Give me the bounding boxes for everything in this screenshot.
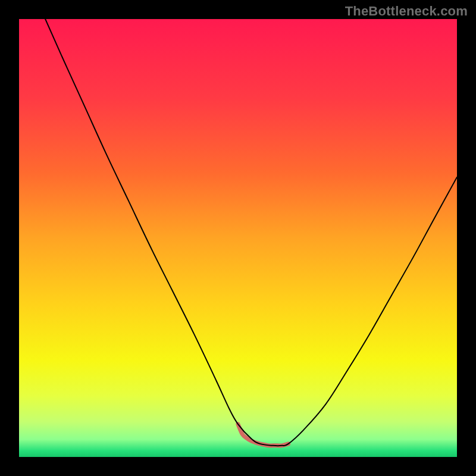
watermark-text: TheBottleneck.com [345,4,468,19]
plot-area [19,19,457,457]
chart-svg [19,19,457,457]
bottleneck-curve-path [45,19,457,446]
chart-stage: TheBottleneck.com [0,0,476,476]
bottom-marker-path [238,424,289,446]
